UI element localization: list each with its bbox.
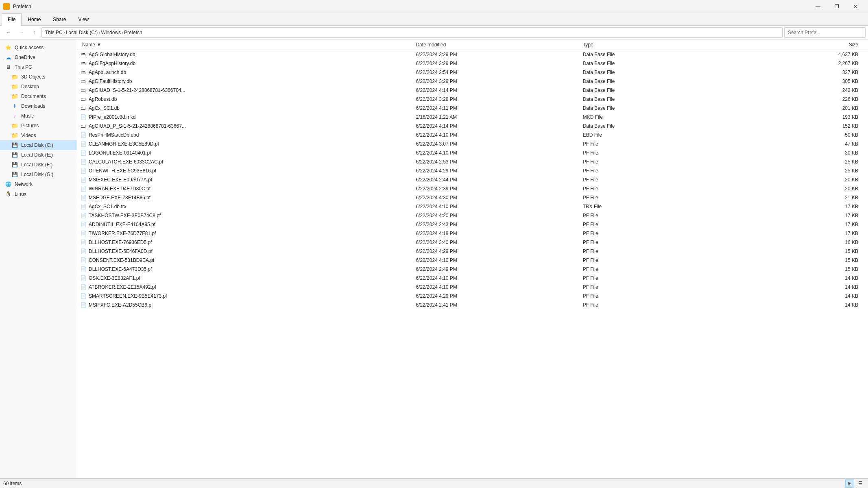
file-type-icon: 📄	[81, 248, 86, 254]
item-count: 60 items	[3, 481, 22, 486]
table-row[interactable]: 📄 ResPriHMStaticDb.ebd 6/22/2024 4:10 PM…	[77, 131, 868, 139]
file-type: PF File	[581, 186, 748, 192]
file-type: PF File	[581, 248, 748, 254]
ribbon-tabs: File Home Share View	[0, 13, 868, 25]
sidebar-item-linux[interactable]: 🐧 Linux	[0, 189, 77, 199]
sidebar-item-videos[interactable]: 📁 Videos	[0, 131, 77, 140]
drive-icon-f: 💾	[11, 161, 18, 168]
file-type-icon: 📄	[81, 150, 86, 156]
sidebar-label-desktop: Desktop	[21, 84, 39, 89]
col-header-date[interactable]: Date modified	[414, 41, 581, 48]
drive-icon-c: 💾	[11, 142, 18, 148]
table-row[interactable]: 🗃 AgGlFaultHistory.db 6/22/2024 3:29 PM …	[77, 77, 868, 86]
sidebar-item-music[interactable]: ♪ Music	[0, 111, 77, 121]
table-row[interactable]: 📄 TIWORKER.EXE-76D77F81.pf 6/22/2024 4:1…	[77, 229, 868, 238]
close-button[interactable]: ✕	[846, 0, 865, 13]
file-name-cell: 📄 OSK.EXE-3E832AF1.pf	[81, 275, 414, 281]
tab-file[interactable]: File	[2, 13, 22, 26]
file-size: 14 KB	[748, 302, 865, 308]
sidebar-item-this-pc[interactable]: 🖥 This PC	[0, 62, 77, 72]
file-type: PF File	[581, 275, 748, 281]
table-row[interactable]: 📄 WINRAR.EXE-94E7D80C.pf 6/22/2024 2:39 …	[77, 184, 868, 193]
sidebar-item-pictures[interactable]: 📁 Pictures	[0, 121, 77, 131]
table-row[interactable]: 📄 LOGONUI.EXE-09140401.pf 6/22/2024 4:10…	[77, 148, 868, 157]
file-name: AgAppLaunch.db	[89, 70, 126, 75]
file-size: 327 KB	[748, 70, 865, 75]
address-path[interactable]: This PC › Local Disk (C:) › Windows › Pr…	[41, 27, 783, 38]
table-row[interactable]: 📄 CONSENT.EXE-531BD9EA.pf 6/22/2024 4:10…	[77, 256, 868, 265]
column-headers: Name ▼ Date modified Type Size	[77, 39, 868, 50]
sidebar-item-local-g[interactable]: 💾 Local Disk (G:)	[0, 170, 77, 179]
table-row[interactable]: 📄 AgCx_SC1.db.trx 6/22/2024 4:10 PM TRX …	[77, 202, 868, 211]
sidebar-item-documents[interactable]: 📁 Documents	[0, 92, 77, 101]
col-header-size[interactable]: Size	[748, 41, 865, 48]
table-row[interactable]: 📄 TASKHOSTW.EXE-3E0B74C8.pf 6/22/2024 4:…	[77, 211, 868, 220]
sidebar-item-local-f[interactable]: 💾 Local Disk (F:)	[0, 160, 77, 170]
sidebar-item-downloads[interactable]: ⬇ Downloads	[0, 101, 77, 111]
table-row[interactable]: 📄 ATBROKER.EXE-2E15A492.pf 6/22/2024 4:1…	[77, 283, 868, 292]
file-type: Data Base File	[581, 96, 748, 102]
file-name-cell: 📄 DLLHOST.EXE-5E46FA0D.pf	[81, 248, 414, 254]
search-input[interactable]	[784, 27, 866, 38]
sidebar-label-linux: Linux	[15, 191, 26, 197]
file-name-cell: 🗃 AgAppLaunch.db	[81, 70, 414, 75]
col-header-name[interactable]: Name ▼	[81, 41, 414, 48]
table-row[interactable]: 🗃 AgCx_SC1.db 6/22/2024 4:11 PM Data Bas…	[77, 104, 868, 113]
table-row[interactable]: 🗃 AgRobust.db 6/22/2024 3:29 PM Data Bas…	[77, 95, 868, 104]
table-row[interactable]: 📄 MSIFXFC.EXE-A2D55CB6.pf 6/22/2024 2:41…	[77, 301, 868, 309]
view-grid-button[interactable]: ⊞	[845, 479, 854, 488]
sidebar-item-desktop[interactable]: 📁 Desktop	[0, 82, 77, 92]
file-type-icon: 📄	[81, 186, 86, 192]
table-row[interactable]: 🗃 AgGIUAD_P_S-1-5-21-2428868781-63667...…	[77, 122, 868, 131]
file-type-icon: 📄	[81, 257, 86, 263]
sidebar-item-quick-access[interactable]: ⭐ Quick access	[0, 43, 77, 52]
table-row[interactable]: 📄 CLEANMGR.EXE-E3C5E89D.pf 6/22/2024 3:0…	[77, 139, 868, 148]
file-name: AgRobust.db	[89, 96, 117, 102]
file-date: 6/22/2024 2:54 PM	[414, 70, 581, 75]
forward-button[interactable]: →	[15, 27, 27, 38]
minimize-button[interactable]: —	[809, 0, 827, 13]
file-size: 21 KB	[748, 195, 865, 200]
sidebar-item-local-c[interactable]: 💾 Local Disk (C:)	[0, 140, 77, 150]
table-row[interactable]: 🗃 AgAppLaunch.db 6/22/2024 2:54 PM Data …	[77, 68, 868, 77]
back-button[interactable]: ←	[2, 27, 14, 38]
table-row[interactable]: 🗃 AgGIUAD_S-1-5-21-2428868781-6366704...…	[77, 86, 868, 95]
restore-button[interactable]: ❐	[827, 0, 846, 13]
file-name: TASKHOSTW.EXE-3E0B74C8.pf	[89, 213, 161, 218]
file-name-cell: 📄 TASKHOSTW.EXE-3E0B74C8.pf	[81, 213, 414, 218]
table-row[interactable]: 🗃 AgGlGlobalHistory.db 6/22/2024 3:29 PM…	[77, 50, 868, 59]
table-row[interactable]: 📄 DLLHOST.EXE-5E46FA0D.pf 6/22/2024 4:29…	[77, 247, 868, 256]
table-row[interactable]: 📄 CALCULATOR.EXE-6033C2AC.pf 6/22/2024 2…	[77, 157, 868, 166]
col-header-type[interactable]: Type	[581, 41, 748, 48]
sidebar-item-3d-objects[interactable]: 📁 3D Objects	[0, 72, 77, 82]
tab-share[interactable]: Share	[47, 13, 72, 25]
up-button[interactable]: ↑	[28, 27, 40, 38]
table-row[interactable]: 📄 PfPre_e2001c8d.mkd 2/16/2024 1:21 AM M…	[77, 113, 868, 122]
table-row[interactable]: 📄 MSIEXEC.EXE-E09A077A.pf 6/22/2024 2:44…	[77, 175, 868, 184]
tab-home[interactable]: Home	[22, 13, 47, 25]
table-row[interactable]: 📄 OPENWITH.EXE-5C93E816.pf 6/22/2024 4:2…	[77, 166, 868, 175]
file-type: Data Base File	[581, 123, 748, 129]
table-row[interactable]: 📄 SMARTSCREEN.EXE-9B5E4173.pf 6/22/2024 …	[77, 292, 868, 301]
table-row[interactable]: 📄 MSEDGE.EXE-78F14B86.pf 6/22/2024 4:30 …	[77, 193, 868, 202]
file-name-cell: 📄 WINRAR.EXE-94E7D80C.pf	[81, 186, 414, 192]
file-type-icon: 📄	[81, 159, 86, 165]
tab-view[interactable]: View	[72, 13, 95, 25]
sidebar-item-local-e[interactable]: 💾 Local Disk (E:)	[0, 150, 77, 160]
table-row[interactable]: 📄 ADDINUTIL.EXE-E4104A95.pf 6/22/2024 2:…	[77, 220, 868, 229]
sidebar-label-downloads: Downloads	[21, 103, 45, 109]
file-name-cell: 📄 SMARTSCREEN.EXE-9B5E4173.pf	[81, 293, 414, 299]
table-row[interactable]: 🗃 AgGlFgAppHistory.db 6/22/2024 3:29 PM …	[77, 59, 868, 68]
sidebar-item-network[interactable]: 🌐 Network	[0, 179, 77, 189]
view-list-button[interactable]: ☰	[856, 479, 865, 488]
file-size: 20 KB	[748, 186, 865, 192]
file-type: EBD File	[581, 132, 748, 138]
title-bar: Prefetch — ❐ ✕	[0, 0, 868, 13]
file-date: 6/22/2024 4:29 PM	[414, 293, 581, 299]
file-name-cell: 📄 CONSENT.EXE-531BD9EA.pf	[81, 257, 414, 263]
table-row[interactable]: 📄 DLLHOST.EXE-76936ED5.pf 6/22/2024 3:40…	[77, 238, 868, 247]
table-row[interactable]: 📄 DLLHOST.EXE-6A473D35.pf 6/22/2024 2:49…	[77, 265, 868, 274]
sidebar-item-onedrive[interactable]: ☁ OneDrive	[0, 52, 77, 62]
table-row[interactable]: 📄 OSK.EXE-3E832AF1.pf 6/22/2024 4:10 PM …	[77, 274, 868, 283]
file-size: 201 KB	[748, 105, 865, 111]
